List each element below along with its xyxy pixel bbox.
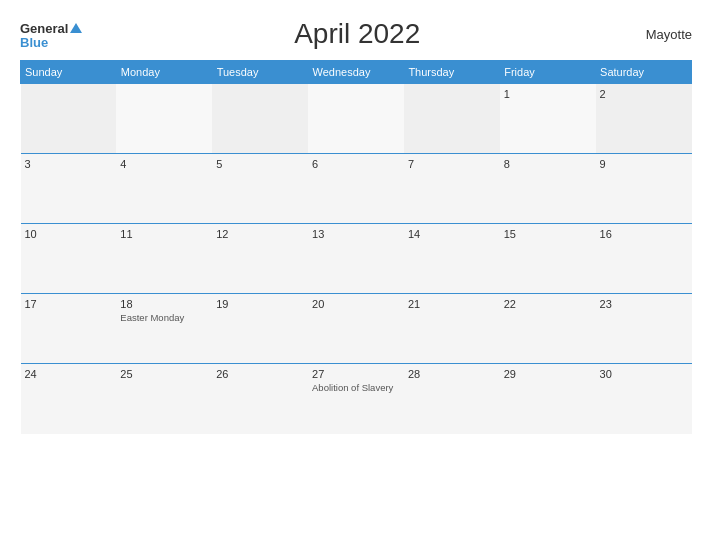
day-cell-w4-d3: 19 <box>212 294 308 364</box>
header-thursday: Thursday <box>404 61 500 84</box>
day-number-18: 18 <box>120 298 208 310</box>
week-row-1: 12 <box>21 84 692 154</box>
day-number-28: 28 <box>408 368 496 380</box>
day-cell-w3-d5: 14 <box>404 224 500 294</box>
day-cell-w4-d6: 22 <box>500 294 596 364</box>
day-number-8: 8 <box>504 158 592 170</box>
header-sunday: Sunday <box>21 61 117 84</box>
day-number-26: 26 <box>216 368 304 380</box>
day-number-23: 23 <box>600 298 688 310</box>
day-cell-w3-d4: 13 <box>308 224 404 294</box>
day-number-24: 24 <box>25 368 113 380</box>
day-cell-w4-d4: 20 <box>308 294 404 364</box>
day-number-7: 7 <box>408 158 496 170</box>
day-number-11: 11 <box>120 228 208 240</box>
region-label: Mayotte <box>632 27 692 42</box>
day-cell-w4-d1: 17 <box>21 294 117 364</box>
day-cell-w1-d1 <box>21 84 117 154</box>
day-cell-w1-d4 <box>308 84 404 154</box>
header-tuesday: Tuesday <box>212 61 308 84</box>
day-number-15: 15 <box>504 228 592 240</box>
day-cell-w3-d6: 15 <box>500 224 596 294</box>
day-cell-w4-d2: 18Easter Monday <box>116 294 212 364</box>
day-cell-w4-d7: 23 <box>596 294 692 364</box>
day-number-30: 30 <box>600 368 688 380</box>
calendar-page: General Blue April 2022 Mayotte Sunday M… <box>0 0 712 550</box>
day-number-1: 1 <box>504 88 592 100</box>
day-cell-w3-d1: 10 <box>21 224 117 294</box>
week-row-2: 3456789 <box>21 154 692 224</box>
day-number-2: 2 <box>600 88 688 100</box>
day-number-5: 5 <box>216 158 304 170</box>
days-header-row: Sunday Monday Tuesday Wednesday Thursday… <box>21 61 692 84</box>
calendar-title: April 2022 <box>82 18 632 50</box>
day-cell-w5-d6: 29 <box>500 364 596 434</box>
day-number-29: 29 <box>504 368 592 380</box>
holiday-label: Abolition of Slavery <box>312 382 400 393</box>
week-row-5: 24252627Abolition of Slavery282930 <box>21 364 692 434</box>
day-number-9: 9 <box>600 158 688 170</box>
day-cell-w3-d3: 12 <box>212 224 308 294</box>
day-cell-w5-d4: 27Abolition of Slavery <box>308 364 404 434</box>
day-number-6: 6 <box>312 158 400 170</box>
day-cell-w2-d4: 6 <box>308 154 404 224</box>
day-number-4: 4 <box>120 158 208 170</box>
day-cell-w4-d5: 21 <box>404 294 500 364</box>
header-monday: Monday <box>116 61 212 84</box>
day-cell-w2-d6: 8 <box>500 154 596 224</box>
day-number-14: 14 <box>408 228 496 240</box>
day-cell-w2-d5: 7 <box>404 154 500 224</box>
day-number-10: 10 <box>25 228 113 240</box>
calendar-header: General Blue April 2022 Mayotte <box>20 18 692 50</box>
holiday-label: Easter Monday <box>120 312 208 323</box>
logo-general-text: General <box>20 20 82 36</box>
day-cell-w5-d5: 28 <box>404 364 500 434</box>
logo: General Blue <box>20 20 82 49</box>
day-cell-w2-d2: 4 <box>116 154 212 224</box>
day-cell-w3-d2: 11 <box>116 224 212 294</box>
header-saturday: Saturday <box>596 61 692 84</box>
week-row-3: 10111213141516 <box>21 224 692 294</box>
header-wednesday: Wednesday <box>308 61 404 84</box>
day-number-19: 19 <box>216 298 304 310</box>
day-number-22: 22 <box>504 298 592 310</box>
day-number-16: 16 <box>600 228 688 240</box>
logo-triangle-icon <box>70 23 82 33</box>
day-number-25: 25 <box>120 368 208 380</box>
day-number-13: 13 <box>312 228 400 240</box>
day-cell-w1-d5 <box>404 84 500 154</box>
logo-blue-text: Blue <box>20 36 82 49</box>
day-number-12: 12 <box>216 228 304 240</box>
week-row-4: 1718Easter Monday1920212223 <box>21 294 692 364</box>
day-cell-w2-d7: 9 <box>596 154 692 224</box>
day-cell-w1-d3 <box>212 84 308 154</box>
day-cell-w2-d3: 5 <box>212 154 308 224</box>
day-number-20: 20 <box>312 298 400 310</box>
day-cell-w5-d7: 30 <box>596 364 692 434</box>
day-cell-w1-d7: 2 <box>596 84 692 154</box>
day-cell-w5-d1: 24 <box>21 364 117 434</box>
day-number-17: 17 <box>25 298 113 310</box>
day-cell-w5-d3: 26 <box>212 364 308 434</box>
day-cell-w1-d2 <box>116 84 212 154</box>
day-number-21: 21 <box>408 298 496 310</box>
header-friday: Friday <box>500 61 596 84</box>
day-cell-w3-d7: 16 <box>596 224 692 294</box>
day-cell-w1-d6: 1 <box>500 84 596 154</box>
day-number-27: 27 <box>312 368 400 380</box>
day-cell-w5-d2: 25 <box>116 364 212 434</box>
day-number-3: 3 <box>25 158 113 170</box>
calendar-table: Sunday Monday Tuesday Wednesday Thursday… <box>20 60 692 434</box>
day-cell-w2-d1: 3 <box>21 154 117 224</box>
